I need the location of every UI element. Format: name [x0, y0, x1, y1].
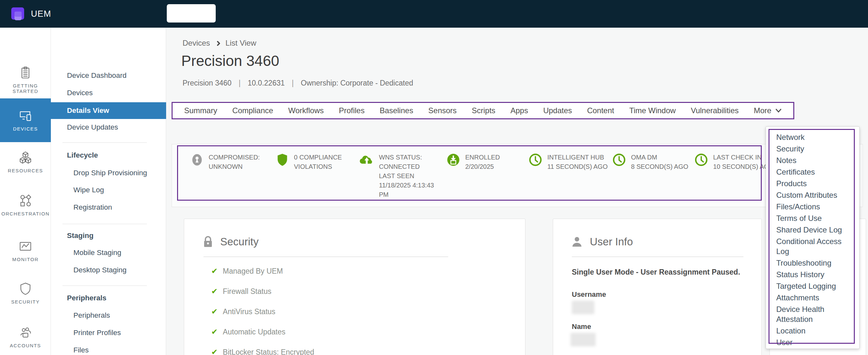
rail-item-accounts[interactable]: ACCOUNTS	[0, 325, 51, 348]
tab-baselines[interactable]: Baselines	[380, 106, 413, 115]
check-icon	[211, 307, 218, 316]
breadcrumb-list-view[interactable]: List View	[225, 39, 256, 47]
menu-item-user[interactable]: User	[776, 337, 851, 347]
status-text: LAST CHECK IN 10 SECOND(S) AGO	[713, 153, 774, 171]
tab-updates[interactable]: Updates	[543, 106, 572, 115]
nav-device-dashboard[interactable]: Device Dashboard	[51, 71, 166, 80]
status-text: OMA DM 8 SECOND(S) AGO	[631, 153, 688, 171]
menu-item-status-history[interactable]: Status History	[776, 270, 851, 279]
menu-item-custom-attributes[interactable]: Custom Attributes	[776, 190, 851, 200]
menu-item-troubleshooting[interactable]: Troubleshooting	[776, 258, 851, 268]
device-subtitle: Precision 3460 | 10.0.22631 | Ownership:…	[183, 79, 413, 87]
compromised-icon	[190, 153, 204, 167]
nav-mobile-staging[interactable]: Mobile Staging	[51, 249, 166, 257]
device-os-version: 10.0.22631	[248, 79, 285, 87]
tab-sensors[interactable]: Sensors	[428, 106, 457, 115]
nav-section-staging: Staging	[51, 232, 166, 240]
tab-more[interactable]: More	[754, 106, 782, 115]
nav-section-lifecycle: Lifecycle	[51, 151, 166, 159]
status-last-check-in: LAST CHECK IN 10 SECOND(S) AGO	[694, 153, 774, 171]
page-title: Precision 3460	[181, 52, 279, 69]
nav-divider	[62, 224, 147, 224]
user-info-card: User Info Single User Mode - User Reassi…	[553, 219, 762, 355]
security-item: AntiVirus Status	[211, 307, 275, 316]
menu-item-attachments[interactable]: Attachments	[776, 293, 851, 303]
name-label: Name	[572, 322, 591, 331]
menu-item-terms-of-use[interactable]: Terms of Use	[776, 213, 851, 223]
tab-content[interactable]: Content	[587, 106, 614, 115]
primary-nav-rail: GETTING STARTED DEVICES RESOURCES	[0, 28, 51, 355]
rail-item-getting-started[interactable]: GETTING STARTED	[0, 65, 51, 94]
nav-drop-ship-provisioning[interactable]: Drop Ship Provisioning	[51, 169, 166, 177]
menu-item-notes[interactable]: Notes	[776, 155, 851, 165]
menu-item-network[interactable]: Network	[776, 132, 851, 142]
devices-submenu: Device Dashboard Devices Details View De…	[51, 28, 166, 355]
tab-workflows[interactable]: Workflows	[288, 106, 323, 115]
check-icon	[211, 327, 218, 336]
menu-item-files-actions[interactable]: Files/Actions	[776, 202, 851, 212]
lock-icon	[204, 236, 213, 248]
menu-item-security[interactable]: Security	[776, 144, 851, 154]
status-text: COMPROMISED: UNKNOWN	[209, 153, 260, 171]
status-enrolled: ENROLLED 2/20/2025	[446, 153, 500, 171]
app-name: UEM	[31, 9, 51, 19]
device-status-strip: COMPROMISED: UNKNOWN 0 COMPLIANCE VIOLAT…	[172, 144, 863, 207]
tab-time-window[interactable]: Time Window	[629, 106, 676, 115]
security-item-label: AntiVirus Status	[223, 308, 275, 316]
rail-item-security[interactable]: SECURITY	[0, 281, 51, 305]
nav-peripherals[interactable]: Peripherals	[51, 311, 166, 320]
nav-devices[interactable]: Devices	[51, 89, 166, 97]
menu-item-products[interactable]: Products	[776, 178, 851, 188]
rail-item-resources[interactable]: RESOURCES	[0, 150, 51, 173]
compliance-shield-icon	[276, 153, 289, 167]
top-bar: UEM	[0, 0, 868, 28]
security-item-label: Firewall Status	[223, 287, 271, 296]
check-icon	[211, 267, 218, 276]
nav-divider	[62, 142, 147, 143]
nav-registration[interactable]: Registration	[51, 203, 166, 212]
resources-icon	[0, 150, 51, 165]
rail-label: DEVICES	[0, 126, 51, 132]
rail-item-orchestration[interactable]: ORCHESTRATION	[0, 193, 51, 216]
menu-item-location[interactable]: Location	[776, 326, 851, 336]
uem-logo-icon	[10, 6, 25, 21]
chevron-down-icon	[775, 108, 782, 113]
status-text: ENROLLED 2/20/2025	[465, 153, 500, 171]
menu-item-device-health-attestation[interactable]: Device Health Attestation	[776, 304, 851, 324]
rail-label: SECURITY	[0, 299, 51, 305]
menu-item-targeted-logging[interactable]: Targeted Logging	[776, 281, 851, 291]
menu-item-conditional-access-log[interactable]: Conditional Access Log	[776, 236, 851, 256]
devices-icon	[0, 108, 51, 123]
tab-profiles[interactable]: Profiles	[339, 106, 365, 115]
cloud-connected-icon	[359, 153, 374, 167]
nav-device-updates[interactable]: Device Updates	[51, 123, 166, 132]
rail-label: ACCOUNTS	[0, 343, 51, 348]
check-icon	[211, 348, 218, 355]
clock-icon	[694, 153, 708, 167]
menu-item-certificates[interactable]: Certificates	[776, 167, 851, 177]
tab-summary[interactable]: Summary	[184, 106, 217, 115]
single-user-mode-message: Single User Mode - User Reassignment Pau…	[572, 268, 740, 277]
breadcrumb: Devices List View	[183, 39, 256, 47]
tab-vulnerabilities[interactable]: Vulnerabilities	[691, 106, 739, 115]
menu-item-shared-device-log[interactable]: Shared Device Log	[776, 225, 851, 235]
nav-wipe-log[interactable]: Wipe Log	[51, 186, 166, 194]
tab-scripts[interactable]: Scripts	[472, 106, 495, 115]
rail-item-monitor[interactable]: MONITOR	[0, 239, 51, 262]
rail-item-devices[interactable]: DEVICES	[0, 98, 51, 142]
nav-section-peripherals: Peripherals	[51, 294, 166, 302]
nav-details-view[interactable]: Details View	[51, 102, 166, 119]
clipboard-icon	[0, 65, 51, 80]
tab-compliance[interactable]: Compliance	[232, 106, 273, 115]
security-item: BitLocker Status: Encrypted	[211, 348, 314, 355]
status-text: 0 COMPLIANCE VIOLATIONS	[294, 153, 342, 171]
tab-apps[interactable]: Apps	[510, 106, 528, 115]
nav-printer-profiles[interactable]: Printer Profiles	[51, 329, 166, 337]
nav-files[interactable]: Files	[51, 346, 166, 354]
nav-desktop-staging[interactable]: Desktop Staging	[51, 266, 166, 274]
card-divider	[572, 257, 743, 257]
status-text: INTELLIGENT HUB 11 SECOND(S) AGO	[547, 153, 608, 171]
nav-divider	[62, 286, 147, 286]
breadcrumb-devices[interactable]: Devices	[183, 39, 210, 47]
more-label: More	[754, 106, 771, 115]
